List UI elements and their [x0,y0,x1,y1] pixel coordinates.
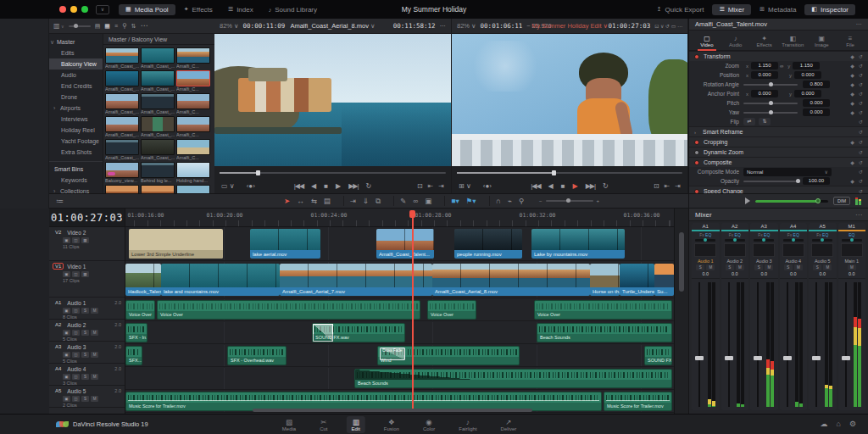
bin-item-extra-shots[interactable]: Extra Shots [49,147,103,158]
minimize-window-button[interactable] [70,6,77,13]
track-lane-a4[interactable]: Beach Sounds [125,368,674,390]
clip-thumbnail[interactable] [176,116,210,132]
lock-icon[interactable]: ▣ [63,237,70,243]
chevron-right-icon[interactable]: › [694,130,699,135]
inspector-section-speed-change[interactable]: Speed Change↺ [689,186,868,193]
flag-dropdown-icon[interactable]: ⚑▾ [466,197,476,205]
reset-icon[interactable]: ↺ [859,109,863,115]
page-tab-media[interactable]: ▧Media [277,416,301,433]
fader-area[interactable] [780,278,808,410]
go-to-last-frame-icon[interactable]: ▶▶| [348,182,358,190]
track-header-a3[interactable]: A3Audio 32.0▣◫SM5 Clips [49,342,125,364]
replace-clip-tool-icon[interactable]: ⧉ [376,197,381,206]
media-pool-clip[interactable]: Amalfi_Coast_... [105,139,139,161]
clip-thumbnail[interactable] [141,47,175,64]
step-back-icon[interactable]: ◀ [548,182,554,190]
clip-thumbnail[interactable] [176,70,210,86]
track-header-v1[interactable]: V1Video 1▣◫▦17 Clips [49,261,125,298]
playhead[interactable] [412,215,414,409]
inspector-tab-transition[interactable]: ◧Transition [780,34,805,47]
bin-item-drone[interactable]: Drone [49,92,103,103]
video-clip[interactable]: Lake by mountains.mov [531,229,625,259]
settings-gear-icon[interactable]: ⚙ [849,420,856,428]
reset-icon[interactable]: ↺ [859,72,863,78]
auto-select-icon[interactable]: ◫ [72,308,80,314]
audio-clip[interactable]: Voice Over [157,300,420,320]
pan-slider[interactable] [695,239,715,242]
media-pool-clip[interactable]: Amalfi_Coast_... [105,47,139,70]
lock-icon[interactable]: ▣ [63,308,70,314]
track-target-badge[interactable]: A2 [53,321,64,328]
slider-value-input[interactable]: 0.800 [803,81,830,88]
video-clip[interactable]: Amalfi_Coast_Aerial_7.mov [280,264,432,296]
clip-thumbnail[interactable] [176,185,210,193]
audio-clip[interactable]: Beach Sounds [537,323,672,342]
clip-thumbnail[interactable] [105,139,139,155]
fader-area[interactable] [809,278,837,410]
stop-icon[interactable]: ■ [561,182,565,190]
slider-control[interactable] [743,112,798,114]
media-pool-clip[interactable] [105,185,139,193]
inspector-tab-image[interactable]: ▣Image [809,34,834,47]
inspector-section-dynamic-zoom[interactable]: Dynamic Zoom↺ [689,147,868,157]
bin-item-audio[interactable]: Audio [49,70,103,81]
bin-item-interviews[interactable]: Interviews [49,114,103,125]
media-pool-clip[interactable]: Amalfi_Coast_... [105,70,139,92]
clip-thumbnail[interactable] [105,162,139,178]
inspector-tab-file[interactable]: ≡File [837,34,863,47]
fx-eq-labels[interactable]: Fx EQ [787,232,799,237]
mixer-strip-a5[interactable]: A5Fx EQAudio 5SM0.0 [809,223,837,410]
track-target-badge[interactable]: A4 [53,365,64,372]
track-target-badge[interactable]: A1 [53,299,64,306]
media-pool-clip[interactable]: Amalfi_Coast_... [105,93,139,115]
clip-thumbnail[interactable] [141,185,175,193]
clip-thumbnail[interactable] [105,93,139,109]
clip-thumbnail[interactable] [141,162,175,178]
reset-icon[interactable]: ↺ [859,159,863,165]
lock-icon[interactable]: ▣ [63,374,70,380]
mute-button[interactable]: M [91,396,98,402]
inspector-options-icon[interactable]: ⋯ [856,20,863,28]
reset-icon[interactable]: ↺ [859,81,863,87]
fader-area[interactable] [692,278,720,410]
timeline-zoom-dropdown[interactable]: 82% ∨ [457,22,476,30]
page-tab-fairlight[interactable]: ♪Fairlight [453,416,481,433]
value-x-input[interactable]: 0.000 [751,71,778,79]
thumbnail-size-slider[interactable] [69,25,91,27]
play-icon[interactable]: ▶ [336,182,341,190]
keyframe-icon[interactable]: ◆ [850,159,854,165]
section-enable-toggle[interactable] [694,150,699,155]
mixer-strip-a1[interactable]: A1Fx EQAudio 1SM0.0 [692,223,720,410]
auto-select-icon[interactable]: ◫ [72,237,80,243]
fx-eq-labels[interactable]: Fx EQ [758,232,770,237]
page-tab-edit[interactable]: ▥Edit [347,416,365,433]
solo-button[interactable]: S [81,352,89,358]
search-icon[interactable]: ⚲ [122,23,127,30]
smart-bin-item-keywords[interactable]: Keywords [49,175,103,186]
video-clip[interactable]: lake aerial.mov [250,229,320,259]
auto-select-icon[interactable]: ◫ [72,352,80,358]
auto-select-icon[interactable]: ◫ [72,271,80,277]
solo-button[interactable]: S [784,264,793,270]
page-tab-color[interactable]: ◉Color [418,416,440,433]
inspector-section-transform[interactable]: Transform◆↺ [689,51,868,61]
fx-eq-labels[interactable]: EQ [849,232,854,237]
project-manager-icon[interactable]: ⌂ [836,420,840,428]
page-tab-fusion[interactable]: ❖Fusion [379,416,404,433]
toggle-mixer-button[interactable]: ☰Mixer [712,4,751,15]
cloud-icon[interactable]: ☁ [820,420,827,428]
media-pool-clip[interactable]: Balcony_view... [105,162,139,184]
pan-display[interactable] [811,243,833,257]
section-enable-toggle[interactable] [694,160,699,165]
mixer-strip-m1[interactable]: M1EQMain 1M0.0 [838,223,866,410]
keyframe-icon[interactable]: ◆ [850,178,854,184]
reset-icon[interactable]: ↺ [859,129,863,135]
toggle-sound-library-button[interactable]: ♪Sound Library [262,4,324,15]
clip-thumbnail[interactable] [105,70,139,86]
clip-thumbnail[interactable] [141,70,175,86]
reset-icon[interactable]: ↺ [859,63,863,69]
clip-thumbnail[interactable] [176,93,210,109]
track-lane-a3[interactable]: SFX...SFX - Overhead.wavCross FadeWindSO… [125,345,674,367]
track-header-a4[interactable]: A4Audio 42.0▣◫SM3 Clips [49,364,125,386]
position-lock-tool-icon[interactable]: ▣ [425,197,431,205]
